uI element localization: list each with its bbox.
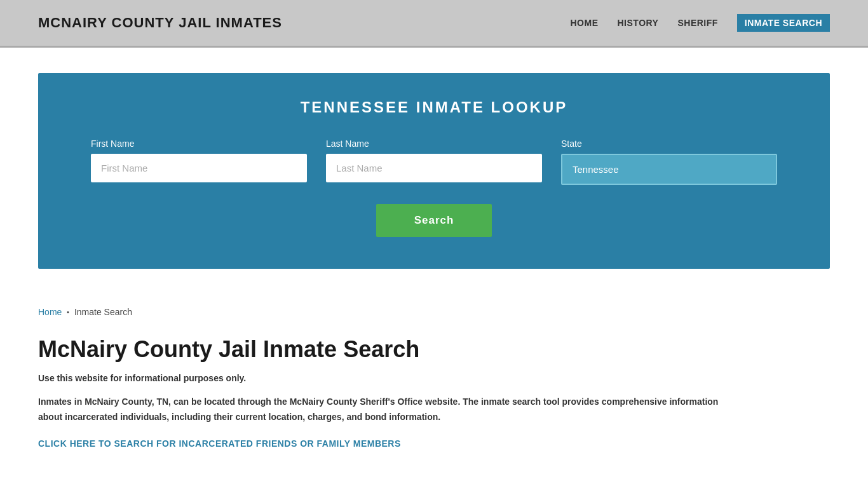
cta-link[interactable]: CLICK HERE to Search for Incarcerated Fr… [38,438,401,449]
last-name-label: Last Name [326,139,542,149]
nav-home[interactable]: HOME [571,18,599,28]
state-group: State [561,139,777,185]
main-content: McNairy County Jail Inmate Search Use th… [0,323,868,475]
last-name-group: Last Name [326,139,542,185]
search-panel-title: TENNESSEE INMATE LOOKUP [70,98,798,116]
search-button[interactable]: Search [376,204,492,237]
state-label: State [561,139,777,149]
nav-inmate-search[interactable]: INMATE SEARCH [737,14,830,32]
first-name-input[interactable] [91,154,307,182]
nav-sheriff[interactable]: SHERIFF [677,18,717,28]
nav-history[interactable]: HISTORY [618,18,659,28]
site-header: MCNAIRY COUNTY JAIL INMATES HOME HISTORY… [0,0,868,48]
breadcrumb-current-page: Inmate Search [74,307,132,317]
breadcrumb: Home • Inmate Search [0,294,868,323]
breadcrumb-separator: • [67,309,69,316]
state-input[interactable] [561,154,777,185]
site-title: MCNAIRY COUNTY JAIL INMATES [38,15,282,31]
last-name-input[interactable] [326,154,542,182]
page-title: McNairy County Jail Inmate Search [38,336,830,363]
first-name-label: First Name [91,139,307,149]
main-nav: HOME HISTORY SHERIFF INMATE SEARCH [571,14,831,32]
breadcrumb-home-link[interactable]: Home [38,307,62,317]
disclaimer-text: Use this website for informational purpo… [38,373,830,383]
description-text: Inmates in McNairy County, TN, can be lo… [38,395,737,425]
search-form-row: First Name Last Name State [70,139,798,185]
first-name-group: First Name [91,139,307,185]
search-btn-row: Search [70,204,798,237]
search-panel: TENNESSEE INMATE LOOKUP First Name Last … [38,73,830,269]
